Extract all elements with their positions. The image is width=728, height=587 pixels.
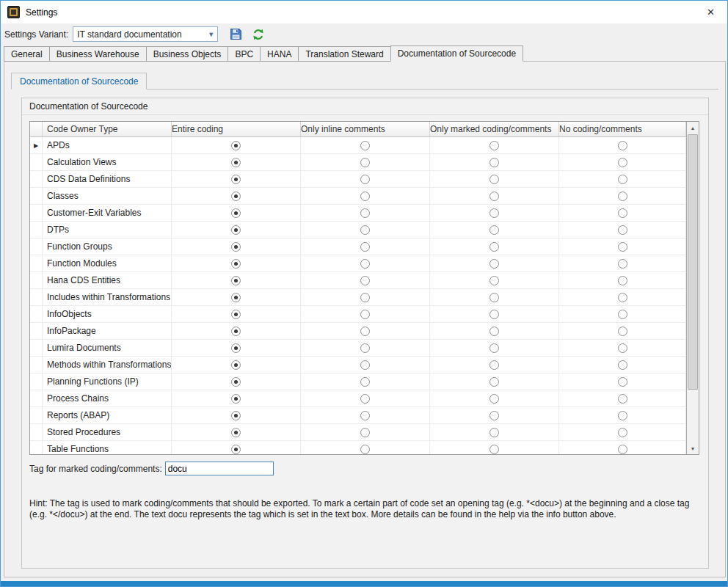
radio-entire-coding[interactable] [231, 428, 241, 437]
tag-input[interactable] [165, 462, 274, 475]
code-owner-type-cell[interactable]: Methods within Transformations [43, 357, 172, 373]
radio-only-marked-coding-comments[interactable] [489, 276, 499, 285]
radio-only-marked-coding-comments[interactable] [489, 445, 499, 454]
radio-entire-coding[interactable] [231, 259, 241, 269]
radio-only-inline-comments[interactable] [360, 225, 370, 235]
radio-only-inline-comments[interactable] [360, 259, 370, 269]
code-owner-type-cell[interactable]: DTPs [43, 222, 172, 238]
radio-entire-coding[interactable] [231, 208, 241, 218]
radio-no-coding-comments[interactable] [618, 343, 627, 353]
radio-only-inline-comments[interactable] [360, 175, 370, 184]
code-owner-type-cell[interactable]: Includes within Transformations [43, 289, 172, 306]
tab-general[interactable]: General [4, 46, 50, 62]
radio-only-inline-comments[interactable] [360, 394, 370, 404]
radio-no-coding-comments[interactable] [618, 310, 627, 319]
code-owner-type-cell[interactable]: InfoObjects [43, 306, 172, 323]
column-header-only-inline-comments[interactable]: Only inline comments [301, 122, 430, 136]
radio-only-inline-comments[interactable] [360, 343, 370, 353]
code-owner-type-cell[interactable]: InfoPackage [43, 323, 172, 340]
code-owner-type-cell[interactable]: Customer-Exit Variables [43, 205, 172, 222]
radio-entire-coding[interactable] [231, 242, 241, 252]
radio-only-inline-comments[interactable] [360, 276, 370, 285]
radio-only-marked-coding-comments[interactable] [489, 360, 499, 370]
radio-entire-coding[interactable] [231, 360, 241, 370]
code-owner-type-cell[interactable]: Stored Procedures [43, 424, 172, 441]
radio-no-coding-comments[interactable] [618, 293, 627, 302]
radio-no-coding-comments[interactable] [618, 259, 627, 269]
code-owner-type-cell[interactable]: Hana CDS Entities [43, 272, 172, 289]
radio-only-marked-coding-comments[interactable] [489, 293, 499, 302]
radio-entire-coding[interactable] [231, 158, 241, 167]
code-owner-type-cell[interactable]: Calculation Views [43, 154, 172, 171]
radio-entire-coding[interactable] [231, 327, 241, 336]
radio-entire-coding[interactable] [231, 343, 241, 353]
radio-entire-coding[interactable] [231, 377, 241, 387]
radio-no-coding-comments[interactable] [618, 411, 627, 420]
radio-only-marked-coding-comments[interactable] [489, 225, 499, 235]
radio-no-coding-comments[interactable] [618, 158, 627, 167]
tab-bpc[interactable]: BPC [228, 46, 261, 62]
code-owner-type-cell[interactable]: Process Chains [43, 390, 172, 407]
code-owner-type-cell[interactable]: Table Functions [43, 441, 172, 454]
save-button[interactable] [228, 26, 244, 43]
tab-business-warehouse[interactable]: Business Warehouse [49, 46, 147, 62]
code-owner-type-cell[interactable]: Function Modules [43, 255, 172, 272]
radio-entire-coding[interactable] [231, 445, 241, 454]
radio-only-inline-comments[interactable] [360, 445, 370, 454]
radio-only-marked-coding-comments[interactable] [489, 377, 499, 387]
radio-no-coding-comments[interactable] [618, 377, 627, 387]
radio-entire-coding[interactable] [231, 310, 241, 319]
radio-only-marked-coding-comments[interactable] [489, 175, 499, 184]
radio-no-coding-comments[interactable] [618, 242, 627, 252]
radio-only-inline-comments[interactable] [360, 242, 370, 252]
radio-only-marked-coding-comments[interactable] [489, 192, 499, 201]
radio-only-inline-comments[interactable] [360, 428, 370, 437]
radio-only-marked-coding-comments[interactable] [489, 158, 499, 167]
subtab-documentation-of-sourcecode[interactable]: Documentation of Sourcecode [11, 73, 147, 90]
radio-no-coding-comments[interactable] [618, 208, 627, 218]
close-icon[interactable]: ✕ [694, 1, 727, 23]
tab-documentation-of-sourcecode[interactable]: Documentation of Sourcecode [390, 45, 523, 62]
column-header-no-coding-comments[interactable]: No coding/comments [559, 122, 686, 136]
radio-only-marked-coding-comments[interactable] [489, 343, 499, 353]
radio-entire-coding[interactable] [231, 141, 241, 150]
radio-no-coding-comments[interactable] [618, 445, 627, 454]
column-header-only-marked-coding-comments[interactable]: Only marked coding/comments [430, 122, 559, 136]
chevron-down-icon[interactable]: ▼ [205, 31, 217, 38]
radio-entire-coding[interactable] [231, 175, 241, 184]
radio-only-inline-comments[interactable] [360, 310, 370, 319]
radio-only-marked-coding-comments[interactable] [489, 242, 499, 252]
tab-translation-steward[interactable]: Translation Steward [298, 46, 390, 62]
radio-only-marked-coding-comments[interactable] [489, 428, 499, 437]
code-owner-type-cell[interactable]: Lumira Documents [43, 340, 172, 357]
radio-only-inline-comments[interactable] [360, 158, 370, 167]
tab-hana[interactable]: HANA [260, 46, 299, 62]
radio-entire-coding[interactable] [231, 411, 241, 420]
radio-only-marked-coding-comments[interactable] [489, 411, 499, 420]
radio-no-coding-comments[interactable] [618, 192, 627, 201]
radio-entire-coding[interactable] [231, 225, 241, 235]
radio-only-inline-comments[interactable] [360, 377, 370, 387]
code-owner-type-cell[interactable]: Function Groups [43, 238, 172, 255]
code-owner-type-cell[interactable]: APDs [43, 137, 172, 154]
radio-no-coding-comments[interactable] [618, 175, 627, 184]
radio-entire-coding[interactable] [231, 293, 241, 302]
code-owner-type-cell[interactable]: Reports (ABAP) [43, 407, 172, 424]
radio-no-coding-comments[interactable] [618, 141, 627, 150]
radio-no-coding-comments[interactable] [618, 394, 627, 404]
tab-business-objects[interactable]: Business Objects [146, 46, 229, 62]
radio-only-inline-comments[interactable] [360, 411, 370, 420]
radio-no-coding-comments[interactable] [618, 276, 627, 285]
radio-no-coding-comments[interactable] [618, 327, 627, 336]
radio-only-marked-coding-comments[interactable] [489, 327, 499, 336]
settings-variant-combobox[interactable]: IT standard documentation ▼ [73, 26, 218, 42]
radio-only-inline-comments[interactable] [360, 327, 370, 336]
scroll-up-icon[interactable]: ▲ [687, 122, 699, 134]
radio-no-coding-comments[interactable] [618, 225, 627, 235]
vertical-scrollbar[interactable]: ▲ ▼ [686, 122, 699, 454]
code-owner-type-cell[interactable]: Planning Functions (IP) [43, 373, 172, 390]
code-owner-type-cell[interactable]: CDS Data Definitions [43, 171, 172, 188]
radio-only-inline-comments[interactable] [360, 208, 370, 218]
refresh-button[interactable] [250, 26, 266, 43]
radio-entire-coding[interactable] [231, 394, 241, 404]
